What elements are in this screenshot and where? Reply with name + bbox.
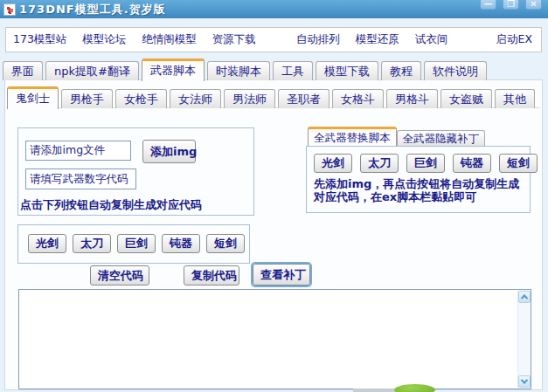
green-logo-peek bbox=[394, 384, 435, 392]
menu-bar: 173模型站 模型论坛 绝情阁模型 资源下载 自动排列 模型还原 试衣间 启动E… bbox=[5, 27, 542, 52]
minimize-button[interactable]: — bbox=[480, 0, 496, 10]
scroll-down-button[interactable] bbox=[518, 375, 531, 388]
chevron-down-icon bbox=[521, 376, 528, 383]
img-file-input[interactable] bbox=[25, 141, 131, 161]
app-icon bbox=[3, 3, 16, 16]
left-weapon-button-lightsaber[interactable]: 光剑 bbox=[28, 234, 66, 253]
clear-code-button[interactable]: 清空代码 bbox=[90, 265, 149, 285]
tab-npk-extract-translate[interactable]: npk提取#翻译 bbox=[45, 61, 139, 80]
copy-code-button[interactable]: 复制代码 bbox=[184, 265, 239, 285]
background-window-edge bbox=[353, 389, 399, 392]
scroll-up-button[interactable] bbox=[518, 291, 531, 303]
left-weapon-button-greatsword[interactable]: 巨剑 bbox=[117, 234, 156, 253]
view-patch-button[interactable]: 查看补丁 bbox=[253, 264, 310, 285]
app-window: 173DNF模型工具.贺岁版 — ❐ ✕ 173模型站 模型论坛 绝情阁模型 资… bbox=[0, 0, 548, 392]
menu-item-auto-arrange[interactable]: 自动排列 bbox=[296, 32, 340, 47]
right-tab-strip: 全武器替换脚本 全武器隐藏补丁 bbox=[308, 126, 485, 147]
class-tab-strip: 鬼剑士 男枪手 女枪手 女法师 男法师 圣职者 女格斗 男格斗 女盗贼 其他 bbox=[7, 85, 535, 108]
copy-hint-label: 点击下列按钮自动复制生成对应代码 bbox=[20, 197, 202, 213]
close-button[interactable]: ✕ bbox=[525, 0, 542, 10]
left-weapon-button-dagger[interactable]: 短剑 bbox=[206, 234, 245, 253]
tab-tools[interactable]: 工具 bbox=[273, 61, 313, 80]
all-weapon-replace-panel: 光剑 太刀 巨剑 钝器 短剑 先添加img，再点击按钮将自动复制生成对应代码，在… bbox=[306, 146, 531, 213]
window-title: 173DNF模型工具.贺岁版 bbox=[19, 2, 166, 17]
output-scrollbar[interactable] bbox=[517, 291, 530, 388]
right-weapon-button-katana[interactable]: 太刀 bbox=[360, 154, 399, 173]
tab-female-fighter[interactable]: 女格斗 bbox=[332, 89, 384, 108]
tab-all-weapon-hide-patch[interactable]: 全武器隐藏补丁 bbox=[397, 130, 486, 147]
tab-interface[interactable]: 界面 bbox=[3, 61, 43, 80]
menu-item-launch-ex[interactable]: 启动EX bbox=[496, 32, 532, 47]
menu-item-fitting-room[interactable]: 试衣间 bbox=[415, 32, 448, 47]
menu-item-juejingge-models[interactable]: 绝情阁模型 bbox=[142, 32, 197, 47]
main-tab-strip: 界面 npk提取#翻译 武器脚本 时装脚本 工具 模型下载 教程 软件说明 bbox=[3, 57, 487, 80]
tab-other[interactable]: 其他 bbox=[495, 89, 535, 108]
tab-model-download[interactable]: 模型下载 bbox=[316, 61, 378, 80]
tab-priest[interactable]: 圣职者 bbox=[278, 89, 329, 108]
menu-item-173-model-site[interactable]: 173模型站 bbox=[13, 32, 66, 47]
tab-female-thief[interactable]: 女盗贼 bbox=[440, 89, 492, 108]
right-panel-hint-label: 先添加img，再点击按钮将自动复制生成对应代码，在ex脚本栏黏贴即可 bbox=[307, 173, 525, 203]
tab-male-fighter[interactable]: 男格斗 bbox=[386, 89, 438, 108]
weapon-code-input[interactable] bbox=[25, 168, 136, 189]
maximize-button[interactable]: ❐ bbox=[503, 0, 519, 10]
tab-female-gunner[interactable]: 女枪手 bbox=[115, 89, 167, 108]
menu-item-model-forum[interactable]: 模型论坛 bbox=[82, 32, 126, 47]
right-weapon-buttons-row: 光剑 太刀 巨剑 钝器 短剑 bbox=[307, 147, 530, 173]
tab-female-mage[interactable]: 女法师 bbox=[170, 89, 221, 108]
tab-weapon-script[interactable]: 武器脚本 bbox=[142, 58, 205, 81]
tab-all-weapon-replace-script[interactable]: 全武器替换脚本 bbox=[308, 127, 397, 148]
menu-item-model-restore[interactable]: 模型还原 bbox=[356, 32, 399, 47]
tab-tutorial[interactable]: 教程 bbox=[381, 61, 421, 80]
minimize-icon: — bbox=[484, 0, 493, 9]
close-icon: ✕ bbox=[530, 0, 537, 9]
title-bar[interactable]: 173DNF模型工具.贺岁版 — ❐ ✕ bbox=[0, 0, 548, 18]
add-img-button[interactable]: 添加img bbox=[142, 140, 196, 163]
tab-ghost-knight[interactable]: 鬼剑士 bbox=[7, 86, 59, 109]
menu-item-resource-download[interactable]: 资源下载 bbox=[212, 32, 256, 47]
tab-software-info[interactable]: 软件说明 bbox=[424, 61, 487, 80]
chevron-up-icon bbox=[521, 294, 528, 301]
right-weapon-button-mace[interactable]: 钝器 bbox=[453, 154, 491, 173]
tab-fashion-script[interactable]: 时装脚本 bbox=[207, 61, 270, 80]
left-weapon-button-mace[interactable]: 钝器 bbox=[162, 234, 200, 253]
right-weapon-button-greatsword[interactable]: 巨剑 bbox=[406, 154, 445, 173]
tab-male-gunner[interactable]: 男枪手 bbox=[61, 89, 113, 108]
tab-male-mage[interactable]: 男法师 bbox=[224, 89, 275, 108]
window-controls: — ❐ ✕ bbox=[480, 0, 542, 10]
right-weapon-button-lightsaber[interactable]: 光剑 bbox=[314, 154, 352, 173]
output-text bbox=[23, 292, 515, 386]
output-textarea[interactable] bbox=[18, 289, 531, 389]
right-weapon-button-dagger[interactable]: 短剑 bbox=[499, 154, 538, 173]
maximize-icon: ❐ bbox=[507, 0, 515, 9]
weapon-buttons-groupbox: 光剑 太刀 巨剑 钝器 短剑 bbox=[17, 224, 250, 264]
left-weapon-button-katana[interactable]: 太刀 bbox=[73, 234, 111, 253]
